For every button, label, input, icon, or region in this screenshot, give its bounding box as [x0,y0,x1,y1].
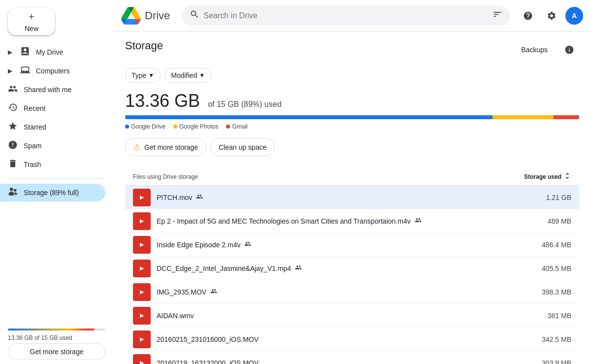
file-size: 405.5 MB [522,265,571,272]
backups-button[interactable]: Backups [513,40,556,60]
expand-arrow-icon: ▶ [8,49,12,56]
file-icon: ▶ [133,283,151,301]
sidebar-item-recent[interactable]: Recent [0,99,105,117]
file-name: Ep 2 - Impact of 5G and MEC Technologies… [157,217,411,225]
sidebar-storage-bar [8,329,105,331]
video-thumbnail: ▶ [133,354,151,364]
action-buttons: ⚠ Get more storage Clean up space [125,138,579,156]
trash-icon [8,159,18,171]
file-name: Inside Edge Episode 2.m4v [157,241,240,249]
type-filter-label: Type [131,71,146,79]
file-name: IMG_2935.MOV [157,288,206,296]
table-row[interactable]: ▶ 20160219_163132000_iOS.MOV 303.9 MB [125,351,579,364]
file-name-area: Inside Edge Episode 2.m4v [157,240,522,249]
table-row[interactable]: ▶ Ep 2 - Impact of 5G and MEC Technologi… [125,209,579,233]
sidebar-item-starred[interactable]: Starred [0,118,105,136]
file-name-area: 20160215_231016000_iOS.MOV [157,335,522,343]
my-drive-icon [20,46,30,59]
table-row[interactable]: ▶ AIDAN.wmv 381 MB [125,304,579,328]
table-row[interactable]: ▶ DCC_Edge_2_Intel_Jasmine&Ajay_V1.mp4 4… [125,257,579,280]
get-more-storage-button[interactable]: ⚠ Get more storage [125,138,206,156]
file-icon: ▶ [133,212,151,230]
clean-up-space-button[interactable]: Clean up space [210,138,275,156]
settings-button[interactable] [542,6,561,26]
video-thumbnail: ▶ [133,260,151,277]
file-name: 20160215_231016000_iOS.MOV [157,335,259,343]
photos-legend-label: Google Photos [179,123,218,130]
file-size: 303.9 MB [522,359,571,364]
new-button[interactable]: + New [8,8,55,35]
drive-legend-label: Google Drive [131,123,165,130]
video-thumbnail: ▶ [133,236,151,254]
gmail-dot [226,125,230,129]
photos-bar [492,115,554,119]
storage-of-label: of 15 GB (89%) used [208,100,281,108]
new-label: New [25,25,38,33]
starred-icon [8,121,18,133]
sidebar-item-my-drive[interactable]: ▶ My Drive [0,43,105,61]
file-icon: ▶ [133,307,151,325]
sidebar-item-label: Starred [24,123,98,131]
sidebar-item-label: Computers [36,67,98,75]
modified-filter-arrow-icon: ▼ [199,72,205,79]
profile-button[interactable]: A [565,7,583,25]
legend-item-photos: Google Photos [173,123,218,130]
shared-icon [295,264,302,272]
expand-arrow-icon: ▶ [8,67,12,74]
table-row[interactable]: ▶ IMG_2935.MOV 398.3 MB [125,280,579,304]
info-button[interactable] [559,40,579,60]
search-bar [182,5,510,26]
modified-filter[interactable]: Modified ▼ [164,68,211,83]
storage-used-label: Storage used [524,173,561,180]
file-icon: ▶ [133,354,151,364]
file-size: 398.3 MB [522,288,571,296]
type-filter-arrow-icon: ▼ [148,72,154,79]
help-button[interactable] [518,6,538,26]
search-icon [190,9,199,22]
file-size: 486.4 MB [522,241,571,249]
file-size: 1.21 GB [522,194,571,201]
file-icon: ▶ [133,189,151,206]
sidebar-item-label: Recent [24,104,98,112]
table-row[interactable]: ▶ 20160215_231016000_iOS.MOV 342.5 MB [125,328,579,351]
sidebar-storage-section: 13.36 GB of 15 GB used Get more storage [0,325,113,364]
main-area: Drive A Storage Backups [113,0,591,364]
type-filter[interactable]: Type ▼ [125,68,161,83]
table-row[interactable]: ▶ PITCH.mov 1.21 GB [125,186,579,209]
computers-icon [20,65,30,77]
get-more-storage-label: Get more storage [144,143,198,151]
search-input[interactable] [203,11,489,20]
sidebar-item-storage[interactable]: Storage (89% full) [0,184,105,201]
sidebar-storage-fill [8,329,95,331]
file-icon: ▶ [133,260,151,277]
shared-icon [415,217,422,225]
topbar: Drive A [113,0,591,32]
sidebar-item-trash[interactable]: Trash [0,156,105,173]
sidebar-item-label: My Drive [36,48,98,56]
sidebar-item-computers[interactable]: ▶ Computers [0,62,105,80]
sort-icon [563,172,571,181]
file-name: AIDAN.wmv [157,312,194,320]
search-options-icon[interactable] [492,9,502,22]
google-drive-logo [121,6,141,26]
video-thumbnail: ▶ [133,307,151,325]
sidebar-item-shared-with-me[interactable]: Shared with me [0,81,105,99]
gmail-bar [554,115,579,119]
file-list: ▶ PITCH.mov 1.21 GB ▶ Ep 2 - Impact of 5… [125,186,579,364]
drive-dot [125,125,129,129]
files-header-storage[interactable]: Storage used [524,172,571,181]
file-name-area: PITCH.mov [157,193,522,201]
file-name: DCC_Edge_2_Intel_Jasmine&Ajay_V1.mp4 [157,265,291,272]
sidebar-get-storage-button[interactable]: Get more storage [8,343,105,360]
photos-dot [173,125,177,129]
clean-up-label: Clean up space [219,143,266,151]
storage-icon [8,187,18,199]
gdrive-bar [125,115,492,119]
sidebar-item-spam[interactable]: Spam [0,137,105,155]
sidebar-item-label: Shared with me [24,86,98,94]
app-name: Drive [145,9,170,22]
recent-icon [8,102,18,115]
table-row[interactable]: ▶ Inside Edge Episode 2.m4v 486.4 MB [125,233,579,257]
sidebar-divider [8,178,105,179]
sidebar-item-label: Spam [24,142,98,150]
